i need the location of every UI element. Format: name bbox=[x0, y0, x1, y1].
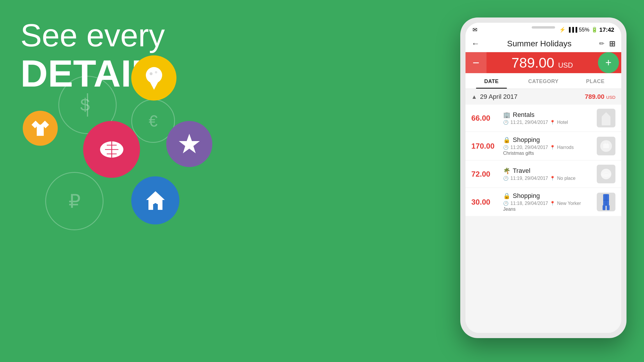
shopping-icon2: 🔒 bbox=[503, 192, 510, 199]
category-row: 🔒 Shopping bbox=[503, 136, 593, 144]
category-label: Shopping bbox=[513, 192, 540, 200]
transaction-info: 🌴 Travel 🕐 11:19, 29/04/2017 📍 No place bbox=[503, 167, 593, 181]
clock-icon: 🕐 bbox=[503, 201, 509, 206]
transaction-info: 🏢 Rentals 🕐 11:21, 29/04/2017 📍 Hotel bbox=[503, 111, 593, 125]
transaction-note: Christmas gifts bbox=[503, 151, 593, 156]
date-group-header: ▲ 29 April 2017 789.00 USD bbox=[466, 89, 621, 105]
transaction-thumb bbox=[597, 137, 615, 155]
transaction-amount: 66.00 bbox=[471, 114, 499, 123]
back-button[interactable]: ← bbox=[471, 39, 480, 48]
edit-icon[interactable]: ✏ bbox=[599, 40, 604, 48]
status-right: ⚡ ▐▐▐ 55% 🔋 17:42 bbox=[559, 27, 614, 33]
svg-marker-17 bbox=[602, 112, 610, 117]
svg-rect-16 bbox=[602, 117, 610, 125]
category-label: Shopping bbox=[513, 136, 540, 144]
transaction-item[interactable]: 72.00 🌴 Travel 🕐 11:19, 29/04/2017 📍 No … bbox=[466, 161, 621, 187]
speaker-notch bbox=[532, 26, 555, 29]
pin-icon: 📍 bbox=[550, 145, 555, 150]
phone-screen: ✉ ⚡ ▐▐▐ 55% 🔋 17:42 ← Summer Holidays ✏ … bbox=[466, 23, 621, 333]
svg-rect-21 bbox=[607, 143, 608, 145]
hero-line1: See every bbox=[20, 17, 165, 53]
currency-label: USD bbox=[558, 61, 573, 69]
clock-icon: 🕐 bbox=[503, 145, 509, 150]
clock-icon: 🕐 bbox=[503, 120, 509, 125]
minus-button[interactable]: − bbox=[466, 52, 487, 73]
transaction-meta: 🕐 11:18, 29/04/2017 📍 New Yorker bbox=[503, 201, 593, 206]
icecream-icon-bubble bbox=[131, 55, 176, 101]
svg-point-12 bbox=[188, 142, 191, 146]
group-total: 789.00 USD bbox=[585, 93, 615, 101]
transaction-place: New Yorker bbox=[557, 201, 581, 206]
menu-icon[interactable]: ⊞ bbox=[609, 39, 615, 48]
transaction-thumb bbox=[597, 165, 615, 183]
transaction-amount: 72.00 bbox=[471, 170, 499, 179]
collapse-chevron[interactable]: ▲ bbox=[471, 94, 477, 100]
app-title: Summer Holidays bbox=[507, 39, 572, 48]
svg-rect-20 bbox=[605, 143, 606, 145]
transaction-amount: 170.00 bbox=[471, 142, 499, 151]
group-date: 29 April 2017 bbox=[480, 93, 517, 101]
shopping-icon: 🔒 bbox=[503, 136, 510, 143]
svg-marker-3 bbox=[149, 80, 159, 90]
transaction-thumb bbox=[597, 193, 615, 211]
transaction-meta: 🕐 11:20, 29/04/2017 📍 Harrods bbox=[503, 145, 593, 150]
battery-icon: 🔋 bbox=[591, 27, 598, 33]
transaction-meta: 🕐 11:21, 29/04/2017 📍 Hotel bbox=[503, 120, 593, 125]
category-row: 🌴 Travel bbox=[503, 167, 593, 175]
tshirt-icon-bubble bbox=[23, 111, 58, 146]
amount-display: 789.00 USD bbox=[487, 55, 598, 71]
category-label: Rentals bbox=[513, 111, 535, 119]
transaction-item[interactable]: 66.00 🏢 Rentals 🕐 11:21, 29/04/2017 📍 Ho… bbox=[466, 105, 621, 131]
transaction-time: 11:20, 29/04/2017 bbox=[510, 145, 548, 150]
amount-value: 789.00 bbox=[512, 55, 554, 71]
tab-category[interactable]: CATEGORY bbox=[517, 73, 569, 89]
transaction-list: ▲ 29 April 2017 789.00 USD 66.00 🏢 Rent bbox=[466, 89, 621, 333]
category-row: 🔒 Shopping bbox=[503, 192, 593, 200]
svg-rect-28 bbox=[607, 205, 610, 210]
transaction-info: 🔒 Shopping 🕐 11:20, 29/04/2017 📍 Harrods… bbox=[503, 136, 593, 156]
amount-bar: − 789.00 USD + bbox=[466, 52, 621, 73]
tab-place[interactable]: PLACE bbox=[569, 73, 621, 89]
transaction-item[interactable]: 30.00 🔒 Shopping 🕐 11:18, 29/04/2017 📍 N… bbox=[466, 188, 621, 216]
svg-rect-26 bbox=[606, 194, 606, 206]
tab-date[interactable]: DATE bbox=[466, 73, 517, 89]
transaction-thumb bbox=[597, 109, 615, 127]
transaction-time: 11:19, 29/04/2017 bbox=[510, 176, 548, 181]
svg-rect-19 bbox=[603, 144, 609, 148]
tabs-bar: DATE CATEGORY PLACE bbox=[466, 73, 621, 89]
svg-point-4 bbox=[150, 72, 153, 75]
transaction-meta: 🕐 11:19, 29/04/2017 📍 No place bbox=[503, 176, 593, 181]
pin-icon: 📍 bbox=[550, 176, 555, 181]
pin-icon: 📍 bbox=[550, 201, 555, 206]
svg-point-23 bbox=[602, 174, 610, 177]
svg-point-5 bbox=[155, 71, 157, 73]
status-time: 17:42 bbox=[599, 27, 614, 33]
svg-rect-15 bbox=[154, 203, 157, 210]
pin-icon: 📍 bbox=[550, 120, 555, 125]
app-header: ← Summer Holidays ✏ ⊞ bbox=[466, 36, 621, 52]
transaction-amount: 30.00 bbox=[471, 198, 499, 207]
transaction-time: 11:18, 29/04/2017 bbox=[510, 201, 548, 206]
transaction-note: Jeans bbox=[503, 207, 593, 212]
star-icon-bubble bbox=[166, 121, 212, 167]
clock-icon: 🕐 bbox=[503, 176, 509, 181]
transaction-place: No place bbox=[557, 176, 575, 181]
category-label: Travel bbox=[513, 167, 530, 175]
signal-icon: ▐▐▐ bbox=[567, 27, 577, 32]
transaction-time: 11:21, 29/04/2017 bbox=[510, 120, 548, 125]
transaction-place: Hotel bbox=[557, 120, 568, 125]
status-email-icon: ✉ bbox=[473, 26, 477, 33]
plus-button[interactable]: + bbox=[598, 52, 619, 73]
phone-shell: ✉ ⚡ ▐▐▐ 55% 🔋 17:42 ← Summer Holidays ✏ … bbox=[460, 17, 626, 338]
ghost-ruble-circle: ₽ bbox=[45, 172, 104, 230]
svg-text:$: $ bbox=[80, 95, 90, 115]
football-icon-bubble bbox=[83, 121, 140, 178]
svg-rect-27 bbox=[603, 205, 606, 210]
rentals-icon: 🏢 bbox=[503, 111, 510, 118]
header-icons: ✏ ⊞ bbox=[599, 39, 615, 48]
transaction-info: 🔒 Shopping 🕐 11:18, 29/04/2017 📍 New Yor… bbox=[503, 192, 593, 212]
travel-icon: 🌴 bbox=[503, 167, 510, 174]
battery-pct: 55% bbox=[579, 27, 589, 33]
transaction-item[interactable]: 170.00 🔒 Shopping 🕐 11:20, 29/04/2017 📍 … bbox=[466, 132, 621, 160]
phone-wrapper: ✉ ⚡ ▐▐▐ 55% 🔋 17:42 ← Summer Holidays ✏ … bbox=[460, 17, 626, 338]
